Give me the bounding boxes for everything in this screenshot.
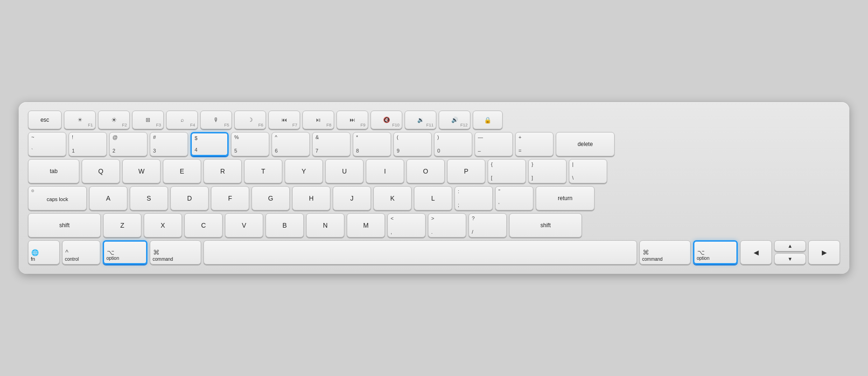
key-1[interactable]: ! 1 bbox=[69, 132, 107, 156]
key-f6[interactable]: ☽ F6 bbox=[234, 111, 266, 129]
command-right-icon: ⌘ bbox=[643, 249, 649, 256]
key-caps-lock[interactable]: caps lock bbox=[28, 186, 87, 210]
key-j[interactable]: J bbox=[333, 186, 371, 210]
key-t[interactable]: T bbox=[244, 159, 282, 183]
key-f9[interactable]: ⏭ F9 bbox=[336, 111, 368, 129]
caps-lock-indicator bbox=[31, 189, 34, 192]
option-left-icon: ⌥ bbox=[107, 249, 114, 256]
key-minus[interactable]: — – bbox=[475, 132, 513, 156]
key-lock[interactable]: 🔒 bbox=[473, 111, 503, 129]
key-esc[interactable]: esc bbox=[28, 111, 62, 129]
key-arrow-down[interactable]: ▼ bbox=[774, 253, 806, 265]
key-v[interactable]: V bbox=[225, 213, 263, 237]
qwerty-row: tab Q W E R T Y U I O P { [ } ] | \ bbox=[28, 159, 840, 183]
key-fn[interactable]: 🌐 fn bbox=[28, 240, 60, 265]
key-shift-right[interactable]: shift bbox=[509, 213, 582, 237]
key-f[interactable]: F bbox=[211, 186, 249, 210]
key-9[interactable]: ( 9 bbox=[393, 132, 432, 156]
key-option-left[interactable]: ⌥ option bbox=[103, 240, 147, 265]
key-f3[interactable]: ⊞ F3 bbox=[132, 111, 164, 129]
key-f11[interactable]: 🔉 F11 bbox=[405, 111, 436, 129]
key-0[interactable]: ) 0 bbox=[434, 132, 472, 156]
fn-row: esc ☀ F1 ☀ F2 ⊞ F3 ⌕ F4 🎙 F5 ☽ F6 ⏮ F7 bbox=[28, 111, 840, 129]
key-comma[interactable]: < , bbox=[387, 213, 426, 237]
key-i[interactable]: I bbox=[366, 159, 404, 183]
key-8[interactable]: * 8 bbox=[353, 132, 391, 156]
key-u[interactable]: U bbox=[325, 159, 364, 183]
key-f10[interactable]: 🔇 F10 bbox=[371, 111, 402, 129]
key-delete[interactable]: delete bbox=[556, 132, 615, 156]
globe-icon: 🌐 bbox=[31, 249, 39, 256]
key-p[interactable]: P bbox=[447, 159, 485, 183]
key-slash[interactable]: ? / bbox=[469, 213, 507, 237]
key-backslash[interactable]: | \ bbox=[569, 159, 607, 183]
key-arrow-right[interactable]: ▶ bbox=[808, 240, 840, 265]
key-c[interactable]: C bbox=[184, 213, 223, 237]
option-right-icon: ⌥ bbox=[697, 249, 705, 256]
key-s[interactable]: S bbox=[130, 186, 168, 210]
number-row: ~ ` ! 1 @ 2 # 3 $ 4 % 5 ^ 6 & 7 bbox=[28, 132, 840, 156]
key-m[interactable]: M bbox=[347, 213, 385, 237]
key-q[interactable]: Q bbox=[82, 159, 120, 183]
key-y[interactable]: Y bbox=[285, 159, 323, 183]
key-rbracket[interactable]: } ] bbox=[528, 159, 567, 183]
bottom-row: 🌐 fn ^ control ⌥ option ⌘ command ⌘ comm… bbox=[28, 240, 840, 265]
key-x[interactable]: X bbox=[144, 213, 182, 237]
keyboard: esc ☀ F1 ☀ F2 ⊞ F3 ⌕ F4 🎙 F5 ☽ F6 ⏮ F7 bbox=[19, 102, 849, 274]
key-n[interactable]: N bbox=[306, 213, 344, 237]
key-h[interactable]: H bbox=[292, 186, 330, 210]
key-6[interactable]: ^ 6 bbox=[272, 132, 310, 156]
key-o[interactable]: O bbox=[406, 159, 445, 183]
key-f5[interactable]: 🎙 F5 bbox=[200, 111, 232, 129]
key-quote[interactable]: " ' bbox=[495, 186, 533, 210]
key-f7[interactable]: ⏮ F7 bbox=[268, 111, 300, 129]
key-k[interactable]: K bbox=[373, 186, 412, 210]
key-f2[interactable]: ☀ F2 bbox=[98, 111, 130, 129]
key-f12[interactable]: 🔊 F12 bbox=[439, 111, 470, 129]
key-command-left[interactable]: ⌘ command bbox=[150, 240, 201, 265]
key-f1[interactable]: ☀ F1 bbox=[64, 111, 96, 129]
control-icon: ^ bbox=[65, 249, 69, 256]
key-r[interactable]: R bbox=[203, 159, 242, 183]
command-left-icon: ⌘ bbox=[153, 249, 160, 256]
key-a[interactable]: A bbox=[89, 186, 127, 210]
key-arrow-left[interactable]: ◀ bbox=[740, 240, 772, 265]
key-f8[interactable]: ⏯ F8 bbox=[302, 111, 334, 129]
key-l[interactable]: L bbox=[414, 186, 452, 210]
key-lbracket[interactable]: { [ bbox=[488, 159, 526, 183]
key-d[interactable]: D bbox=[170, 186, 209, 210]
key-7[interactable]: & 7 bbox=[312, 132, 350, 156]
key-return[interactable]: return bbox=[536, 186, 595, 210]
key-f4[interactable]: ⌕ F4 bbox=[166, 111, 198, 129]
key-5[interactable]: % 5 bbox=[231, 132, 269, 156]
asdf-row: caps lock A S D F G H J K L : ; " ' retu… bbox=[28, 186, 840, 210]
key-semicolon[interactable]: : ; bbox=[455, 186, 493, 210]
key-w[interactable]: W bbox=[122, 159, 161, 183]
key-option-right[interactable]: ⌥ option bbox=[693, 240, 738, 265]
key-arrow-up[interactable]: ▲ bbox=[774, 240, 806, 251]
key-period[interactable]: > . bbox=[428, 213, 466, 237]
key-z[interactable]: Z bbox=[103, 213, 141, 237]
key-tab[interactable]: tab bbox=[28, 159, 79, 183]
key-backtick[interactable]: ~ ` bbox=[28, 132, 66, 156]
key-e[interactable]: E bbox=[163, 159, 201, 183]
key-4-dollar[interactable]: $ 4 bbox=[190, 132, 229, 156]
key-equals[interactable]: + = bbox=[515, 132, 553, 156]
key-space[interactable] bbox=[203, 240, 637, 265]
key-shift-left[interactable]: shift bbox=[28, 213, 101, 237]
key-2[interactable]: @ 2 bbox=[109, 132, 147, 156]
key-command-right[interactable]: ⌘ command bbox=[639, 240, 691, 265]
key-3[interactable]: # 3 bbox=[150, 132, 188, 156]
key-b[interactable]: B bbox=[266, 213, 304, 237]
zxcv-row: shift Z X C V B N M < , > . ? / shift bbox=[28, 213, 840, 237]
key-g[interactable]: G bbox=[252, 186, 290, 210]
key-control[interactable]: ^ control bbox=[62, 240, 100, 265]
